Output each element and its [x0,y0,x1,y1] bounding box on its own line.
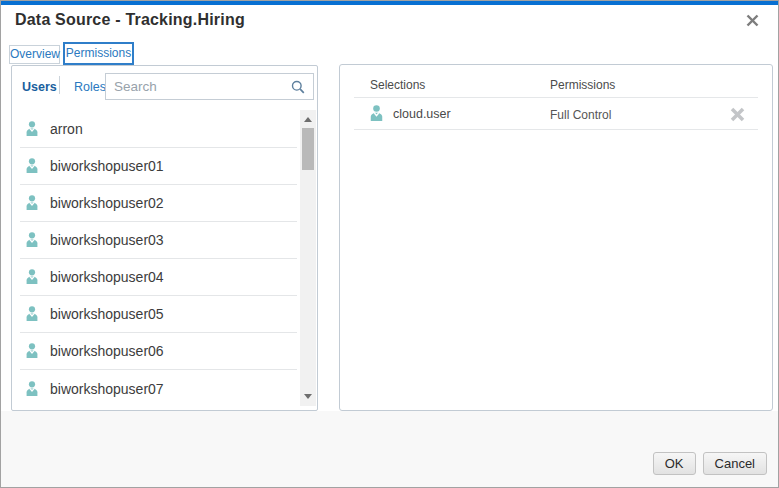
tab-permissions[interactable]: Permissions [63,42,134,65]
user-name: biworkshopuser02 [50,195,164,211]
user-icon [24,195,40,211]
scrollbar-thumb[interactable] [302,128,314,170]
user-name: biworkshopuser04 [50,269,164,285]
dialog-title: Data Source - Tracking.Hiring [15,11,245,29]
user-name: biworkshopuser03 [50,232,164,248]
roles-toggle[interactable]: Roles [74,80,106,94]
selection-permission[interactable]: Full Control [550,108,611,122]
ok-button[interactable]: OK [653,452,696,475]
user-name: arron [50,121,83,137]
user-list: arron biworkshopuser01 [12,111,299,407]
dialog-footer: OK Cancel [1,411,778,487]
user-list-item[interactable]: biworkshopuser02 [20,185,297,222]
search-box [105,73,314,100]
remove-icon[interactable] [729,106,746,123]
user-icon [24,232,40,248]
search-icon[interactable] [290,79,306,95]
close-icon[interactable] [746,14,759,27]
search-input[interactable] [114,75,284,98]
selection-name: cloud.user [393,107,451,121]
user-list-item[interactable]: biworkshopuser01 [20,148,297,185]
user-list-scrollbar[interactable] [300,110,316,406]
user-icon [24,306,40,322]
user-name: biworkshopuser05 [50,306,164,322]
user-icon [24,121,40,137]
user-list-item[interactable]: biworkshopuser05 [20,296,297,333]
user-list-item[interactable]: biworkshopuser03 [20,222,297,259]
user-name: biworkshopuser01 [50,158,164,174]
user-name: biworkshopuser07 [50,381,164,397]
users-toggle[interactable]: Users [22,80,57,94]
users-panel: Users Roles arron [11,65,318,411]
selection-rows: cloud.user Full Control [354,97,758,130]
tab-overview[interactable]: Overview [9,45,60,64]
user-icon [24,158,40,174]
user-list-item[interactable]: biworkshopuser07 [20,370,297,407]
user-icon [24,343,40,359]
user-icon [368,105,385,122]
footer-buttons: OK Cancel [653,452,767,475]
dialog-accent-bar [1,1,778,5]
user-list-item[interactable]: biworkshopuser06 [20,333,297,370]
permissions-column-header: Permissions [550,78,615,92]
selection-row: cloud.user Full Control [354,97,758,130]
user-list-item[interactable]: arron [20,111,297,148]
toggle-divider [59,76,60,94]
scroll-up-icon[interactable] [304,117,312,122]
cancel-button[interactable]: Cancel [703,452,767,475]
user-icon [24,381,40,397]
scroll-down-icon[interactable] [304,394,312,399]
user-name: biworkshopuser06 [50,343,164,359]
user-list-item[interactable]: biworkshopuser04 [20,259,297,296]
selections-column-header: Selections [370,78,425,92]
selections-panel: Selections Permissions cloud.user Full C… [339,64,773,411]
data-source-dialog: Data Source - Tracking.Hiring Overview P… [0,0,779,488]
user-icon [24,269,40,285]
